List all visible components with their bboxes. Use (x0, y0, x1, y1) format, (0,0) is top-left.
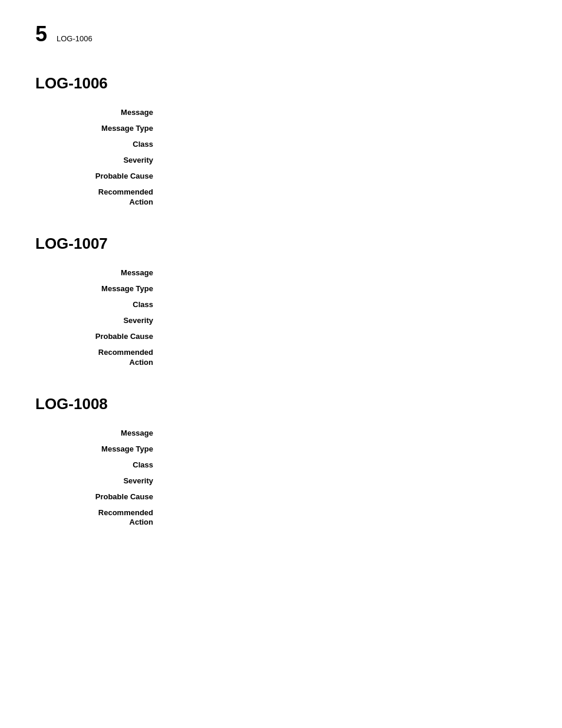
field-value-log-1006-2 (153, 136, 527, 152)
field-label-log-1007-2: Class (35, 297, 153, 312)
field-value-log-1007-0 (153, 265, 527, 281)
field-row-log-1006-4: Probable Cause (35, 168, 527, 184)
field-value-log-1008-2 (153, 457, 527, 473)
field-label-log-1006-1: Message Type (35, 120, 153, 136)
field-value-log-1006-4 (153, 168, 527, 184)
field-row-log-1008-3: Severity (35, 473, 527, 489)
field-label-log-1006-4: Probable Cause (35, 168, 153, 184)
field-value-log-1008-0 (153, 425, 527, 441)
field-row-log-1006-2: Class (35, 136, 527, 152)
field-value-log-1008-1 (153, 441, 527, 457)
field-value-log-1008-4 (153, 489, 527, 505)
field-row-log-1007-4: Probable Cause (35, 328, 527, 344)
field-label-log-1008-5: RecommendedAction (35, 505, 153, 532)
field-label-log-1007-4: Probable Cause (35, 328, 153, 344)
field-row-log-1007-3: Severity (35, 312, 527, 328)
log-title-log-1007: LOG-1007 (35, 235, 527, 253)
log-section-log-1007: LOG-1007MessageMessage TypeClassSeverity… (35, 235, 527, 371)
log-fields-log-1006: MessageMessage TypeClassSeverityProbable… (35, 104, 527, 211)
field-row-log-1006-0: Message (35, 104, 527, 120)
field-value-log-1006-3 (153, 152, 527, 168)
field-row-log-1006-1: Message Type (35, 120, 527, 136)
field-row-log-1008-1: Message Type (35, 441, 527, 457)
page-number: 5 (35, 24, 47, 45)
field-label-log-1006-2: Class (35, 136, 153, 152)
page-subtitle: LOG-1006 (57, 34, 92, 43)
log-section-log-1008: LOG-1008MessageMessage TypeClassSeverity… (35, 395, 527, 532)
field-value-log-1006-5 (153, 184, 527, 211)
field-value-log-1007-2 (153, 297, 527, 312)
page-header: 5 LOG-1006 (35, 24, 527, 45)
field-label-log-1007-1: Message Type (35, 281, 153, 297)
field-value-log-1007-3 (153, 312, 527, 328)
field-label-log-1008-3: Severity (35, 473, 153, 489)
field-value-log-1007-5 (153, 344, 527, 371)
sections-container: LOG-1006MessageMessage TypeClassSeverity… (35, 74, 527, 531)
field-row-log-1007-5: RecommendedAction (35, 344, 527, 371)
field-row-log-1007-1: Message Type (35, 281, 527, 297)
field-row-log-1007-0: Message (35, 265, 527, 281)
field-value-log-1006-0 (153, 104, 527, 120)
field-value-log-1008-3 (153, 473, 527, 489)
field-label-log-1007-3: Severity (35, 312, 153, 328)
field-row-log-1007-2: Class (35, 297, 527, 312)
field-label-log-1008-0: Message (35, 425, 153, 441)
field-label-log-1008-4: Probable Cause (35, 489, 153, 505)
field-row-log-1008-4: Probable Cause (35, 489, 527, 505)
log-fields-log-1007: MessageMessage TypeClassSeverityProbable… (35, 265, 527, 371)
log-fields-log-1008: MessageMessage TypeClassSeverityProbable… (35, 425, 527, 532)
field-label-log-1006-5: RecommendedAction (35, 184, 153, 211)
field-label-log-1007-0: Message (35, 265, 153, 281)
field-label-log-1008-2: Class (35, 457, 153, 473)
field-value-log-1008-5 (153, 505, 527, 532)
field-label-log-1007-5: RecommendedAction (35, 344, 153, 371)
field-value-log-1007-4 (153, 328, 527, 344)
field-value-log-1007-1 (153, 281, 527, 297)
field-label-log-1006-0: Message (35, 104, 153, 120)
field-row-log-1008-0: Message (35, 425, 527, 441)
field-row-log-1008-2: Class (35, 457, 527, 473)
field-label-log-1008-1: Message Type (35, 441, 153, 457)
field-label-log-1006-3: Severity (35, 152, 153, 168)
field-value-log-1006-1 (153, 120, 527, 136)
field-row-log-1008-5: RecommendedAction (35, 505, 527, 532)
field-row-log-1006-3: Severity (35, 152, 527, 168)
log-section-log-1006: LOG-1006MessageMessage TypeClassSeverity… (35, 74, 527, 211)
log-title-log-1006: LOG-1006 (35, 74, 527, 93)
field-row-log-1006-5: RecommendedAction (35, 184, 527, 211)
log-title-log-1008: LOG-1008 (35, 395, 527, 413)
